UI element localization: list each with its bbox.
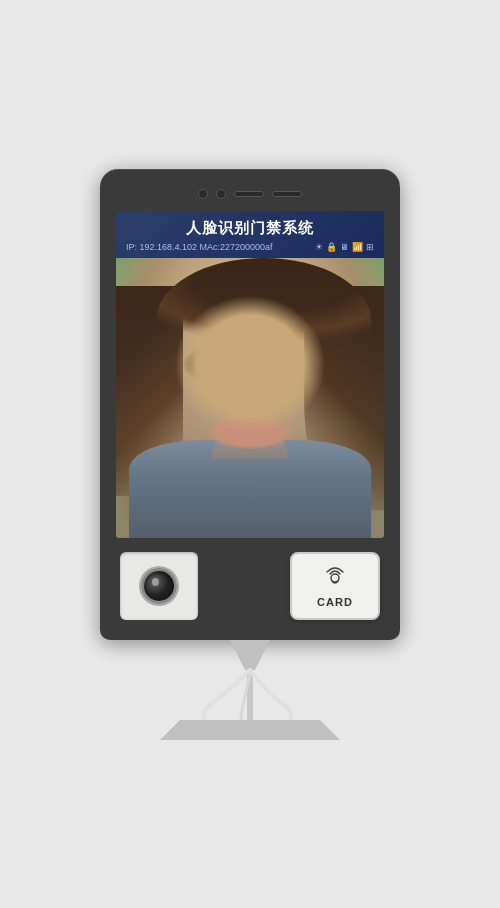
base-platform [160,720,340,740]
screen: 人脸识别门禁系统 IP: 192.168.4.102 MAc:227200000… [116,211,384,538]
screen-header: 人脸识别门禁系统 IP: 192.168.4.102 MAc:227200000… [116,211,384,258]
signal-icon: 📶 [352,242,363,252]
sensor-bar-1 [234,191,264,197]
stand-cables-area [150,640,350,740]
screen-title: 人脸识别门禁系统 [126,219,374,238]
kiosk-body: 人脸识别门禁系统 IP: 192.168.4.102 MAc:227200000… [100,169,400,640]
monitor-icon: 🖥 [340,242,349,252]
sensor-dot-1 [198,189,208,199]
cable-svg [150,640,350,740]
lock-icon: 🔒 [326,242,337,252]
bottom-panel: CARD [116,552,384,620]
card-label: CARD [317,596,353,608]
ip-address: IP: 192.168.4.102 MAc:227200000af [126,242,273,252]
face-overlay [116,258,384,538]
cable-right [250,670,291,728]
status-icons: ☀ 🔒 🖥 📶 ⊞ [315,242,374,252]
stand-top-shape [230,640,270,670]
grid-icon: ⊞ [366,242,374,252]
card-nfc-icon [321,564,349,592]
sensor-bar-2 [272,191,302,197]
card-reader-button[interactable]: CARD [290,552,380,620]
camera-lens [141,568,177,604]
sensor-dot-2 [216,189,226,199]
face-display [116,258,384,538]
sun-icon: ☀ [315,242,323,252]
kiosk-device: 人脸识别门禁系统 IP: 192.168.4.102 MAc:227200000… [100,169,400,740]
camera-module [120,552,198,620]
screen-info: IP: 192.168.4.102 MAc:227200000af ☀ 🔒 🖥 … [126,242,374,252]
top-sensor-bar [116,185,384,199]
